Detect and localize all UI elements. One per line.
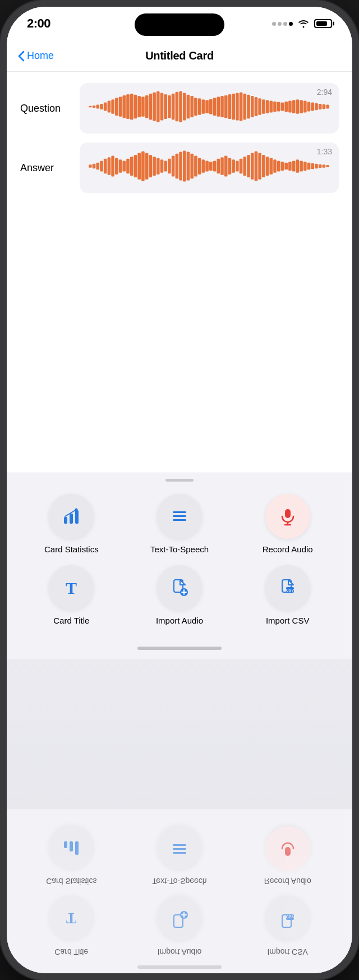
- svg-rect-21: [168, 95, 171, 118]
- svg-rect-115: [281, 162, 284, 171]
- r-card-title: Card Title T: [20, 897, 123, 956]
- content-spacer: [7, 283, 352, 473]
- svg-rect-64: [89, 164, 92, 167]
- svg-rect-130: [75, 510, 79, 524]
- question-waveform[interactable]: 2:94: [80, 83, 339, 134]
- svg-text:T: T: [66, 910, 77, 927]
- svg-rect-81: [153, 157, 156, 176]
- svg-rect-100: [224, 155, 228, 176]
- svg-rect-88: [179, 152, 182, 181]
- svg-rect-118: [292, 161, 296, 171]
- status-icons: [272, 19, 332, 28]
- back-chevron-icon: [18, 51, 25, 62]
- svg-rect-11: [130, 94, 134, 120]
- svg-rect-29: [198, 98, 201, 115]
- svg-rect-73: [122, 161, 126, 171]
- svg-rect-28: [194, 98, 197, 116]
- back-button[interactable]: Home: [18, 50, 54, 62]
- svg-rect-38: [232, 94, 235, 120]
- import-audio-icon: [169, 577, 190, 598]
- text-to-speech-icon-circle: [157, 494, 202, 539]
- svg-rect-112: [270, 158, 273, 175]
- svg-rect-19: [160, 93, 164, 120]
- r-import-audio: Import Audio: [128, 897, 231, 956]
- svg-rect-23: [176, 92, 179, 121]
- svg-rect-77: [137, 153, 141, 180]
- svg-rect-3: [100, 104, 103, 109]
- question-label: Question: [20, 103, 71, 115]
- svg-point-131: [75, 509, 78, 511]
- text-to-speech-item[interactable]: Text-To-Speech: [128, 494, 231, 554]
- import-csv-item[interactable]: CSV Import CSV: [236, 565, 339, 625]
- signal-icon: [272, 22, 293, 26]
- svg-rect-20: [164, 94, 167, 119]
- svg-rect-7: [115, 98, 118, 116]
- svg-rect-160: [285, 847, 291, 856]
- svg-rect-60: [315, 103, 318, 111]
- svg-rect-158: [173, 848, 186, 850]
- svg-rect-96: [209, 162, 213, 171]
- home-indicator: [7, 642, 352, 659]
- svg-rect-39: [236, 93, 239, 120]
- card-statistics-item[interactable]: Card Statistics: [20, 494, 123, 554]
- svg-rect-133: [173, 515, 186, 517]
- svg-text:CSV: CSV: [286, 588, 294, 592]
- svg-rect-57: [303, 100, 307, 112]
- svg-text:T: T: [66, 579, 77, 597]
- answer-waveform[interactable]: 1:33: [80, 143, 339, 193]
- svg-rect-119: [296, 159, 300, 172]
- card-title-icon-circle: T: [49, 565, 94, 610]
- import-audio-item[interactable]: Import Audio: [128, 565, 231, 625]
- svg-rect-56: [300, 100, 303, 113]
- record-audio-label: Record Audio: [263, 544, 313, 554]
- svg-rect-83: [160, 159, 164, 172]
- svg-rect-103: [236, 161, 239, 171]
- svg-rect-157: [173, 852, 186, 854]
- reflection: Card Title T Import Audio: [7, 659, 352, 973]
- svg-rect-99: [220, 157, 224, 175]
- bottom-sheet: Card Statistics Text-To-Speech: [7, 473, 352, 659]
- card-title-item[interactable]: T Card Title: [20, 565, 123, 625]
- chart-icon: [61, 506, 82, 527]
- svg-rect-101: [228, 158, 232, 175]
- svg-rect-91: [190, 154, 194, 178]
- svg-rect-155: [70, 841, 73, 851]
- svg-rect-41: [243, 94, 246, 120]
- audio-section: Question 2:94 Answer 1:33: [20, 83, 339, 193]
- svg-rect-52: [284, 102, 288, 112]
- svg-rect-90: [187, 152, 190, 181]
- svg-rect-66: [96, 163, 99, 170]
- svg-rect-33: [213, 98, 217, 116]
- svg-rect-114: [277, 161, 280, 171]
- svg-rect-127: [326, 165, 329, 167]
- svg-rect-80: [149, 155, 153, 177]
- svg-rect-85: [168, 159, 171, 173]
- svg-rect-111: [266, 157, 269, 176]
- letter-t-icon: T: [61, 577, 82, 598]
- svg-rect-8: [119, 97, 122, 117]
- dynamic-island: [135, 13, 224, 36]
- svg-rect-121: [303, 162, 307, 171]
- svg-rect-67: [100, 161, 103, 171]
- record-audio-item[interactable]: Record Audio: [236, 494, 339, 554]
- svg-rect-13: [137, 96, 141, 117]
- svg-rect-24: [179, 91, 182, 122]
- home-bar: [137, 647, 222, 650]
- svg-rect-124: [315, 164, 318, 168]
- reflection-home-indicator: [7, 956, 352, 973]
- svg-rect-15: [145, 95, 149, 118]
- answer-duration: 1:33: [317, 147, 332, 156]
- svg-rect-25: [183, 93, 186, 120]
- svg-rect-42: [247, 95, 250, 118]
- answer-waveform-svg: [89, 149, 330, 183]
- svg-rect-9: [122, 95, 126, 118]
- svg-rect-82: [157, 158, 160, 175]
- svg-rect-72: [119, 159, 122, 172]
- svg-rect-74: [126, 159, 130, 173]
- svg-rect-18: [157, 91, 160, 122]
- status-bar: 2:00: [7, 7, 352, 40]
- svg-rect-27: [190, 96, 194, 117]
- svg-rect-76: [134, 155, 137, 177]
- svg-rect-92: [194, 155, 197, 176]
- svg-rect-62: [323, 104, 326, 109]
